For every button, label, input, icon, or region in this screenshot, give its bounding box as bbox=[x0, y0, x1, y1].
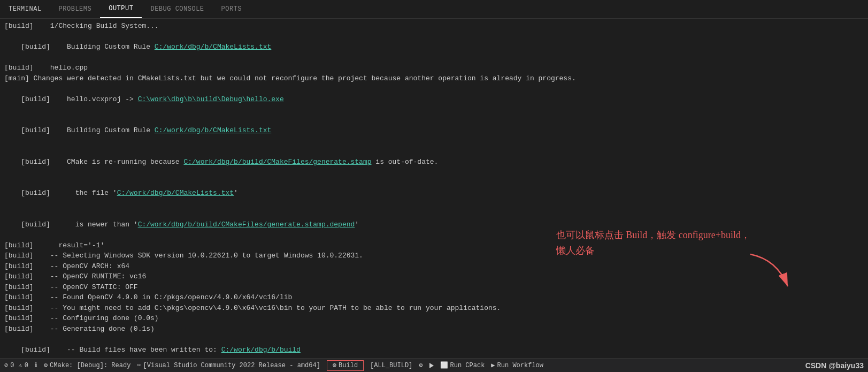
output-line-4: [main] Changes were detected in CMakeLis… bbox=[4, 73, 864, 84]
vs-community-label: [Visual Studio Community 2022 Release - … bbox=[143, 362, 320, 369]
run-workflow-icon: ▶ bbox=[491, 361, 495, 369]
run-cpack-item[interactable]: ⬜ Run CPack bbox=[440, 361, 485, 369]
status-errors: ⊘ 0 ⚠ 0 bbox=[4, 361, 28, 369]
output-line-7-prefix: [build] CMake is re-running because bbox=[21, 158, 183, 166]
scissors-icon: ✂ bbox=[137, 361, 141, 369]
csdn-watermark: CSDN @baiyu33 bbox=[805, 361, 864, 370]
build-button[interactable]: ⚙ Build bbox=[327, 360, 364, 371]
status-play-icon[interactable] bbox=[429, 363, 434, 368]
output-line-9-prefix: [build] is newer than ' bbox=[21, 221, 137, 229]
output-line-1: [build] 1/Checking Build System... bbox=[4, 21, 864, 32]
tab-terminal[interactable]: TERMINAL bbox=[0, 0, 50, 18]
settings-icon: ⚙ bbox=[419, 361, 423, 369]
output-line-5-prefix: [build] hello.vcxproj -> bbox=[21, 95, 137, 103]
output-line-8-suffix: ' bbox=[234, 189, 238, 197]
output-line-5: [build] hello.vcxproj -> C:\work\dbg\b\b… bbox=[4, 83, 864, 115]
output-line-14: [build] -- OpenCV STATIC: OFF bbox=[4, 282, 864, 293]
output-line-11: [build] -- Selecting Windows SDK version… bbox=[4, 250, 864, 261]
output-line-18: [build] -- Generating done (0.1s) bbox=[4, 324, 864, 335]
output-line-2-link[interactable]: C:/work/dbg/b/CMakeLists.txt bbox=[155, 43, 271, 51]
terminal-output: [build] 1/Checking Build System... [buil… bbox=[0, 19, 868, 358]
tab-ports[interactable]: PORTS bbox=[213, 0, 251, 18]
tab-problems[interactable]: PROBLEMS bbox=[50, 0, 101, 18]
output-line-12: [build] -- OpenCV ARCH: x64 bbox=[4, 261, 864, 272]
info-circle-icon: ℹ bbox=[35, 361, 37, 369]
output-line-8-link[interactable]: C:/work/dbg/b/CMakeLists.txt bbox=[117, 189, 234, 197]
output-line-19-link[interactable]: C:/work/dbg/b/build bbox=[221, 346, 301, 354]
build-button-label: Build bbox=[339, 362, 358, 369]
status-settings-icon[interactable]: ⚙ bbox=[419, 361, 423, 369]
output-line-6-link[interactable]: C:/work/dbg/b/CMakeLists.txt bbox=[155, 126, 271, 134]
output-line-16: [build] -- You might need to add C:\pkgs… bbox=[4, 303, 864, 314]
all-build-label: [ALL_BUILD] bbox=[370, 362, 412, 369]
status-bar: ⊘ 0 ⚠ 0 ℹ ⚙ CMake: [Debug]: Ready ✂ [Vis… bbox=[0, 358, 868, 372]
play-icon bbox=[429, 363, 434, 368]
output-line-2-prefix: [build] Building Custom Rule bbox=[21, 43, 155, 51]
run-cpack-label: Run CPack bbox=[450, 362, 485, 369]
cmake-status: CMake: [Debug]: Ready bbox=[50, 362, 130, 369]
output-line-7: [build] CMake is re-running because C:/w… bbox=[4, 146, 864, 178]
output-line-8-prefix: [build] the file ' bbox=[21, 189, 117, 197]
error-count: 0 bbox=[10, 362, 14, 369]
tab-bar: TERMINAL PROBLEMS OUTPUT DEBUG CONSOLE P… bbox=[0, 0, 868, 19]
output-line-9-link[interactable]: C:/work/dbg/b/build/CMakeFiles/generate.… bbox=[138, 221, 355, 229]
output-line-5-link[interactable]: C:\work\dbg\b\build\Debug\hello.exe bbox=[138, 95, 284, 103]
status-bar-right: CSDN @baiyu33 bbox=[805, 361, 864, 370]
warning-icon: ⚠ bbox=[18, 361, 22, 369]
output-line-7-link[interactable]: C:/work/dbg/b/build/CMakeFiles/generate.… bbox=[183, 158, 371, 166]
warning-count: 0 bbox=[25, 362, 28, 369]
output-line-13: [build] -- OpenCV RUNTIME: vc16 bbox=[4, 271, 864, 282]
run-cpack-icon: ⬜ bbox=[440, 361, 448, 369]
all-build-text: [ALL_BUILD] bbox=[370, 362, 412, 369]
output-line-7-suffix: is out-of-date. bbox=[372, 158, 439, 166]
tab-output[interactable]: OUTPUT bbox=[100, 0, 142, 18]
status-info-icon: ℹ ⚙ CMake: [Debug]: Ready bbox=[35, 361, 130, 369]
output-line-8: [build] the file 'C:/work/dbg/b/CMakeLis… bbox=[4, 178, 864, 209]
output-line-2: [build] Building Custom Rule C:/work/dbg… bbox=[4, 32, 864, 63]
status-wifi-icon: ⚙ bbox=[44, 361, 48, 369]
output-line-19: [build] -- Build files have been written… bbox=[4, 334, 864, 358]
run-workflow-item[interactable]: ▶ Run Workflow bbox=[491, 361, 543, 369]
output-line-19-prefix: [build] -- Build files have been written… bbox=[21, 346, 221, 354]
tab-debug-console[interactable]: DEBUG CONSOLE bbox=[142, 0, 212, 18]
output-line-3: [build] hello.cpp bbox=[4, 63, 864, 73]
output-line-6: [build] Building Custom Rule C:/work/dbg… bbox=[4, 115, 864, 147]
error-icon: ⊘ bbox=[4, 361, 8, 369]
output-line-9: [build] is newer than 'C:/work/dbg/b/bui… bbox=[4, 209, 864, 240]
output-line-9-suffix: ' bbox=[355, 221, 359, 229]
output-line-10: [build] result='-1' bbox=[4, 240, 864, 251]
status-vs-label: ✂ [Visual Studio Community 2022 Release … bbox=[137, 361, 320, 369]
output-line-6-prefix: [build] Building Custom Rule bbox=[21, 126, 155, 134]
output-line-17: [build] -- Configuring done (0.0s) bbox=[4, 313, 864, 324]
run-workflow-label: Run Workflow bbox=[497, 362, 543, 369]
gear-icon: ⚙ bbox=[333, 361, 336, 369]
output-line-15: [build] -- Found OpenCV 4.9.0 in C:/pkgs… bbox=[4, 292, 864, 303]
